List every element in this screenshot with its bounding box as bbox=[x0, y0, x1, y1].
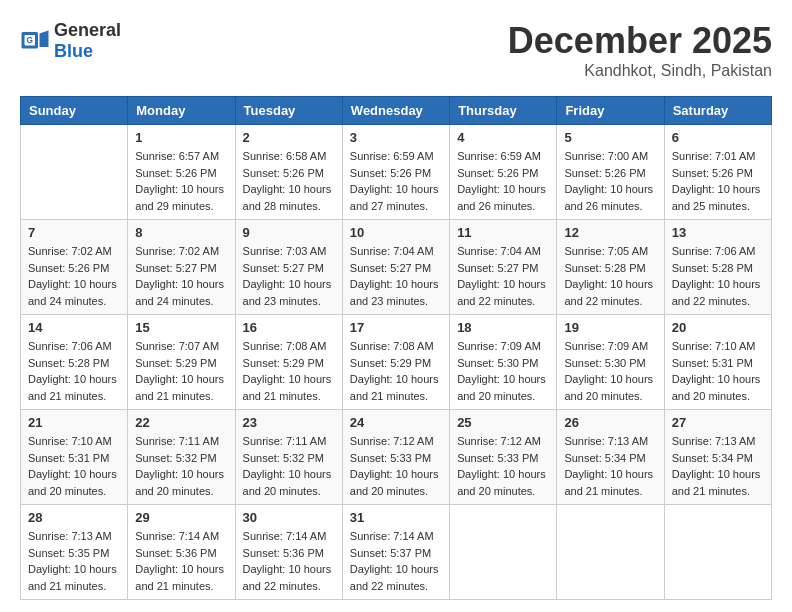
calendar-cell: 10 Sunrise: 7:04 AM Sunset: 5:27 PM Dayl… bbox=[342, 220, 449, 315]
day-info: Sunrise: 7:10 AM Sunset: 5:31 PM Dayligh… bbox=[672, 338, 764, 404]
calendar-cell: 27 Sunrise: 7:13 AM Sunset: 5:34 PM Dayl… bbox=[664, 410, 771, 505]
sunset-text: Sunset: 5:29 PM bbox=[243, 355, 335, 372]
day-number: 1 bbox=[135, 130, 227, 145]
sunset-text: Sunset: 5:27 PM bbox=[350, 260, 442, 277]
day-info: Sunrise: 6:59 AM Sunset: 5:26 PM Dayligh… bbox=[457, 148, 549, 214]
sunrise-text: Sunrise: 7:02 AM bbox=[135, 243, 227, 260]
header-sunday: Sunday bbox=[21, 97, 128, 125]
calendar-week-row: 1 Sunrise: 6:57 AM Sunset: 5:26 PM Dayli… bbox=[21, 125, 772, 220]
day-info: Sunrise: 7:03 AM Sunset: 5:27 PM Dayligh… bbox=[243, 243, 335, 309]
calendar-cell: 24 Sunrise: 7:12 AM Sunset: 5:33 PM Dayl… bbox=[342, 410, 449, 505]
calendar-cell: 17 Sunrise: 7:08 AM Sunset: 5:29 PM Dayl… bbox=[342, 315, 449, 410]
calendar-week-row: 28 Sunrise: 7:13 AM Sunset: 5:35 PM Dayl… bbox=[21, 505, 772, 600]
day-number: 14 bbox=[28, 320, 120, 335]
daylight-text: Daylight: 10 hours and 22 minutes. bbox=[457, 276, 549, 309]
calendar-cell: 20 Sunrise: 7:10 AM Sunset: 5:31 PM Dayl… bbox=[664, 315, 771, 410]
calendar-cell: 12 Sunrise: 7:05 AM Sunset: 5:28 PM Dayl… bbox=[557, 220, 664, 315]
day-info: Sunrise: 7:14 AM Sunset: 5:36 PM Dayligh… bbox=[135, 528, 227, 594]
daylight-text: Daylight: 10 hours and 22 minutes. bbox=[564, 276, 656, 309]
calendar-cell: 29 Sunrise: 7:14 AM Sunset: 5:36 PM Dayl… bbox=[128, 505, 235, 600]
header-saturday: Saturday bbox=[664, 97, 771, 125]
calendar-cell: 11 Sunrise: 7:04 AM Sunset: 5:27 PM Dayl… bbox=[450, 220, 557, 315]
day-number: 10 bbox=[350, 225, 442, 240]
daylight-text: Daylight: 10 hours and 20 minutes. bbox=[350, 466, 442, 499]
sunrise-text: Sunrise: 7:13 AM bbox=[672, 433, 764, 450]
sunset-text: Sunset: 5:31 PM bbox=[28, 450, 120, 467]
sunrise-text: Sunrise: 7:12 AM bbox=[457, 433, 549, 450]
sunrise-text: Sunrise: 7:12 AM bbox=[350, 433, 442, 450]
day-info: Sunrise: 6:58 AM Sunset: 5:26 PM Dayligh… bbox=[243, 148, 335, 214]
sunrise-text: Sunrise: 7:03 AM bbox=[243, 243, 335, 260]
daylight-text: Daylight: 10 hours and 21 minutes. bbox=[564, 466, 656, 499]
daylight-text: Daylight: 10 hours and 20 minutes. bbox=[135, 466, 227, 499]
calendar-cell: 8 Sunrise: 7:02 AM Sunset: 5:27 PM Dayli… bbox=[128, 220, 235, 315]
daylight-text: Daylight: 10 hours and 22 minutes. bbox=[350, 561, 442, 594]
calendar-cell: 28 Sunrise: 7:13 AM Sunset: 5:35 PM Dayl… bbox=[21, 505, 128, 600]
svg-text:G: G bbox=[27, 36, 33, 45]
daylight-text: Daylight: 10 hours and 24 minutes. bbox=[135, 276, 227, 309]
daylight-text: Daylight: 10 hours and 20 minutes. bbox=[28, 466, 120, 499]
calendar-cell: 26 Sunrise: 7:13 AM Sunset: 5:34 PM Dayl… bbox=[557, 410, 664, 505]
day-number: 7 bbox=[28, 225, 120, 240]
day-info: Sunrise: 7:05 AM Sunset: 5:28 PM Dayligh… bbox=[564, 243, 656, 309]
day-info: Sunrise: 7:08 AM Sunset: 5:29 PM Dayligh… bbox=[350, 338, 442, 404]
sunset-text: Sunset: 5:26 PM bbox=[457, 165, 549, 182]
sunset-text: Sunset: 5:36 PM bbox=[135, 545, 227, 562]
calendar-cell bbox=[21, 125, 128, 220]
daylight-text: Daylight: 10 hours and 26 minutes. bbox=[564, 181, 656, 214]
calendar-cell: 21 Sunrise: 7:10 AM Sunset: 5:31 PM Dayl… bbox=[21, 410, 128, 505]
day-info: Sunrise: 7:14 AM Sunset: 5:37 PM Dayligh… bbox=[350, 528, 442, 594]
header-tuesday: Tuesday bbox=[235, 97, 342, 125]
calendar-cell: 5 Sunrise: 7:00 AM Sunset: 5:26 PM Dayli… bbox=[557, 125, 664, 220]
daylight-text: Daylight: 10 hours and 20 minutes. bbox=[457, 371, 549, 404]
calendar-cell: 3 Sunrise: 6:59 AM Sunset: 5:26 PM Dayli… bbox=[342, 125, 449, 220]
daylight-text: Daylight: 10 hours and 20 minutes. bbox=[243, 466, 335, 499]
sunset-text: Sunset: 5:29 PM bbox=[350, 355, 442, 372]
daylight-text: Daylight: 10 hours and 23 minutes. bbox=[350, 276, 442, 309]
daylight-text: Daylight: 10 hours and 21 minutes. bbox=[28, 561, 120, 594]
logo-blue: Blue bbox=[54, 41, 93, 61]
daylight-text: Daylight: 10 hours and 22 minutes. bbox=[243, 561, 335, 594]
sunrise-text: Sunrise: 6:59 AM bbox=[350, 148, 442, 165]
calendar-cell: 14 Sunrise: 7:06 AM Sunset: 5:28 PM Dayl… bbox=[21, 315, 128, 410]
sunset-text: Sunset: 5:32 PM bbox=[135, 450, 227, 467]
header-thursday: Thursday bbox=[450, 97, 557, 125]
day-info: Sunrise: 7:14 AM Sunset: 5:36 PM Dayligh… bbox=[243, 528, 335, 594]
sunset-text: Sunset: 5:26 PM bbox=[135, 165, 227, 182]
sunset-text: Sunset: 5:26 PM bbox=[564, 165, 656, 182]
sunrise-text: Sunrise: 7:01 AM bbox=[672, 148, 764, 165]
title-section: December 2025 Kandhkot, Sindh, Pakistan bbox=[508, 20, 772, 80]
day-number: 28 bbox=[28, 510, 120, 525]
day-number: 12 bbox=[564, 225, 656, 240]
logo-icon: G bbox=[20, 26, 50, 56]
day-info: Sunrise: 7:04 AM Sunset: 5:27 PM Dayligh… bbox=[350, 243, 442, 309]
sunset-text: Sunset: 5:28 PM bbox=[672, 260, 764, 277]
sunrise-text: Sunrise: 7:11 AM bbox=[243, 433, 335, 450]
calendar-cell: 18 Sunrise: 7:09 AM Sunset: 5:30 PM Dayl… bbox=[450, 315, 557, 410]
sunrise-text: Sunrise: 7:05 AM bbox=[564, 243, 656, 260]
sunset-text: Sunset: 5:34 PM bbox=[564, 450, 656, 467]
calendar-week-row: 14 Sunrise: 7:06 AM Sunset: 5:28 PM Dayl… bbox=[21, 315, 772, 410]
day-info: Sunrise: 7:12 AM Sunset: 5:33 PM Dayligh… bbox=[350, 433, 442, 499]
svg-marker-3 bbox=[40, 31, 49, 48]
header-wednesday: Wednesday bbox=[342, 97, 449, 125]
calendar-week-row: 7 Sunrise: 7:02 AM Sunset: 5:26 PM Dayli… bbox=[21, 220, 772, 315]
calendar-cell: 30 Sunrise: 7:14 AM Sunset: 5:36 PM Dayl… bbox=[235, 505, 342, 600]
day-number: 20 bbox=[672, 320, 764, 335]
sunrise-text: Sunrise: 7:14 AM bbox=[350, 528, 442, 545]
day-number: 22 bbox=[135, 415, 227, 430]
day-number: 18 bbox=[457, 320, 549, 335]
day-number: 4 bbox=[457, 130, 549, 145]
day-number: 24 bbox=[350, 415, 442, 430]
day-number: 23 bbox=[243, 415, 335, 430]
logo: G General Blue bbox=[20, 20, 121, 62]
day-number: 30 bbox=[243, 510, 335, 525]
day-number: 13 bbox=[672, 225, 764, 240]
day-info: Sunrise: 7:00 AM Sunset: 5:26 PM Dayligh… bbox=[564, 148, 656, 214]
day-info: Sunrise: 7:07 AM Sunset: 5:29 PM Dayligh… bbox=[135, 338, 227, 404]
day-info: Sunrise: 7:08 AM Sunset: 5:29 PM Dayligh… bbox=[243, 338, 335, 404]
calendar-header-row: SundayMondayTuesdayWednesdayThursdayFrid… bbox=[21, 97, 772, 125]
day-number: 15 bbox=[135, 320, 227, 335]
sunrise-text: Sunrise: 7:08 AM bbox=[350, 338, 442, 355]
day-number: 29 bbox=[135, 510, 227, 525]
